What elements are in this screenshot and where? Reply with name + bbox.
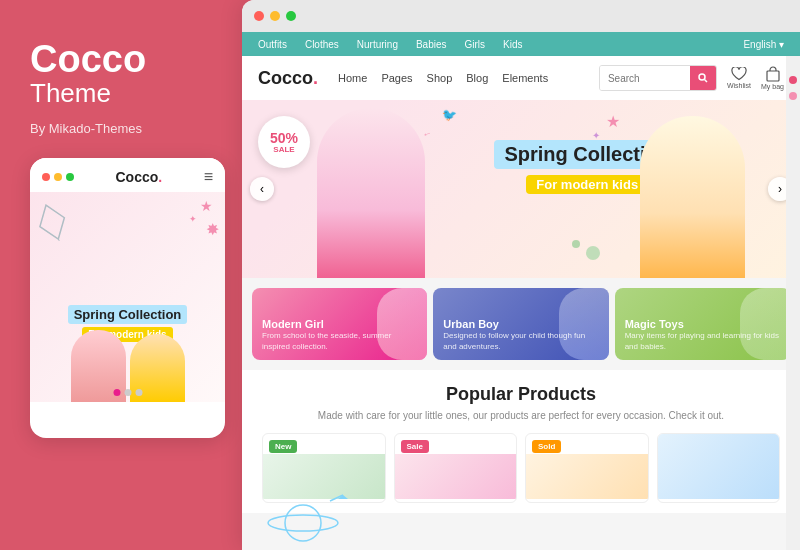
product-card-4[interactable] [657,433,781,503]
main-nav-logo-dot: . [313,68,318,88]
hero-circle-small [572,240,580,248]
nav-links: Home Pages Shop Blog Elements [338,72,599,84]
badge-sold: Sold [532,440,561,453]
product-card-2[interactable]: Sale [394,433,518,503]
brand-by: By Mikado-Themes [30,121,218,136]
bag-button[interactable]: My bag [761,66,784,90]
browser-dot-minimize[interactable] [270,11,280,21]
cat-nav-kids[interactable]: Kids [503,39,522,50]
mobile-window-dots [42,173,74,181]
mobile-top-bar: Cocco. ≡ [30,158,225,192]
badge-sale: Sale [401,440,429,453]
cat-nav-outfits[interactable]: Outfits [258,39,287,50]
heart-icon [731,67,747,81]
product-card-3[interactable]: Sold [525,433,649,503]
decoration-planet [258,490,378,550]
mobile-dot-green [66,173,74,181]
mobile-logo: Cocco. [115,169,162,185]
cat-card-magic-toys-content: Magic Toys Many items for playing and le… [615,310,790,360]
svg-line-1 [58,238,67,246]
bag-label: My bag [761,83,784,90]
nav-link-pages[interactable]: Pages [381,72,412,84]
nav-dot-2 [124,389,131,396]
svg-point-2 [699,74,705,80]
nav-link-elements[interactable]: Elements [502,72,548,84]
browser-dot-close[interactable] [254,11,264,21]
hero-star-1: ★ [606,112,620,131]
mobile-star-icon: ★ [200,198,213,214]
mobile-preview-card: Cocco. ≡ ★ ✦ ✸ Spring Collection For mod… [30,158,225,438]
search-icon [698,73,708,83]
sale-percent: 50% [270,131,298,145]
wishlist-label: Wishlist [727,82,751,89]
strip-dot-pink [789,76,797,84]
cat-card-magic-toys-title: Magic Toys [625,318,780,331]
main-nav-logo: Cocco. [258,68,318,89]
nav-icons: Wishlist My bag [727,66,784,90]
cat-nav-nurturing[interactable]: Nurturing [357,39,398,50]
browser-window: Outfits Clothes Nurturing Babies Girls K… [242,0,800,550]
planet-svg [258,493,358,548]
cat-nav-language[interactable]: English ▾ [743,39,784,50]
sale-badge: 50% SALE [258,116,310,168]
mobile-nav-dots [113,389,142,396]
product-img-4 [658,434,780,499]
cat-nav-girls[interactable]: Girls [465,39,486,50]
svg-marker-0 [34,201,71,244]
mobile-banner: ★ ✦ ✸ Spring Collection For modern kids [30,192,225,402]
hero-banner: 50% SALE ★ ✦ 🐦 ← Spring Collection For m… [242,100,800,278]
nav-dot-3 [135,389,142,396]
cat-card-magic-toys[interactable]: Magic Toys Many items for playing and le… [615,288,790,360]
hero-bird-icon: 🐦 [442,108,457,122]
bag-icon [766,66,780,82]
search-input[interactable] [600,66,690,90]
cat-card-magic-toys-desc: Many items for playing and learning for … [625,331,780,352]
sale-label: SALE [273,145,294,154]
strip-dot-light-pink [789,92,797,100]
hero-person-girl [317,108,425,278]
cat-card-modern-girl-title: Modern Girl [262,318,417,331]
badge-new: New [269,440,297,453]
cat-card-modern-girl[interactable]: Modern Girl From school to the seaside, … [252,288,427,360]
product-img-3 [526,454,648,499]
mobile-small-star-icon: ✦ [189,214,197,224]
cat-card-urban-boy-desc: Designed to follow your child though fun… [443,331,598,352]
cat-nav-babies[interactable]: Babies [416,39,447,50]
mobile-dot-yellow [54,173,62,181]
category-nav: Outfits Clothes Nurturing Babies Girls K… [242,32,800,56]
brand-title: Cocco [30,40,218,78]
left-panel: Cocco Theme By Mikado-Themes Cocco. ≡ ★ … [0,0,248,550]
nav-link-home[interactable]: Home [338,72,367,84]
mobile-burst-icon: ✸ [206,220,219,239]
cat-nav-clothes[interactable]: Clothes [305,39,339,50]
cat-card-urban-boy[interactable]: Urban Boy Designed to follow your child … [433,288,608,360]
mobile-hamburger-icon[interactable]: ≡ [204,168,213,186]
brand-subtitle: Theme [30,78,218,109]
nav-link-shop[interactable]: Shop [427,72,453,84]
svg-point-5 [285,505,321,541]
hero-subtitle: For modern kids [526,175,648,194]
hero-person-right [640,116,745,278]
svg-rect-4 [767,71,779,81]
cat-card-urban-boy-content: Urban Boy Designed to follow your child … [433,310,608,360]
nav-link-blog[interactable]: Blog [466,72,488,84]
popular-products-subtitle: Made with care for your little ones, our… [258,409,784,423]
nav-dot-1 [113,389,120,396]
mobile-kite-icon [31,198,75,251]
main-nav: Cocco. Home Pages Shop Blog Elements Wis… [242,56,800,100]
category-cards: Modern Girl From school to the seaside, … [242,278,800,370]
right-strip [786,56,800,550]
mobile-dot-red [42,173,50,181]
search-button[interactable] [690,65,716,91]
cat-card-urban-boy-title: Urban Boy [443,318,598,331]
wishlist-button[interactable]: Wishlist [727,67,751,89]
browser-dot-maximize[interactable] [286,11,296,21]
search-bar[interactable] [599,65,717,91]
mobile-spring-title: Spring Collection [68,305,188,324]
svg-point-6 [268,515,338,531]
hero-circle-green [586,246,600,260]
hero-prev-button[interactable]: ‹ [250,177,274,201]
mobile-logo-dot: . [158,169,162,185]
cat-card-modern-girl-desc: From school to the seaside, summer inspi… [262,331,417,352]
brand-name: Cocco Theme [30,40,218,117]
